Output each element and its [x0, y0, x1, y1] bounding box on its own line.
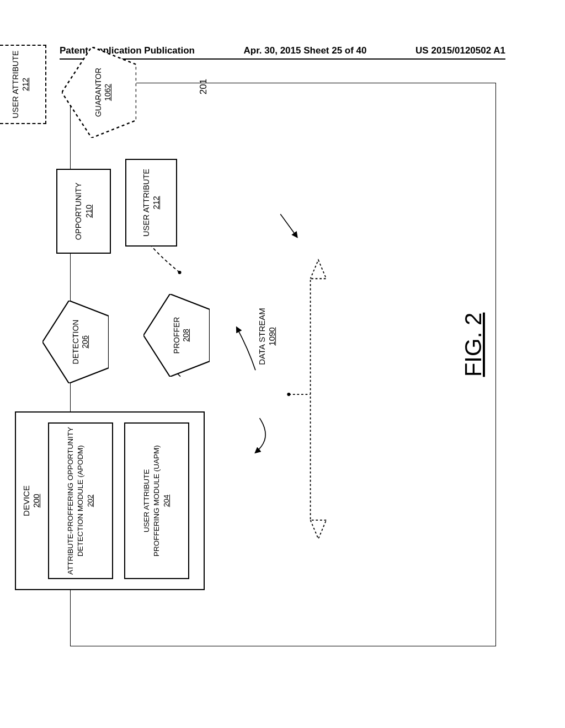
- page: Patent Application Publication Apr. 30, …: [0, 0, 565, 728]
- user-attribute-box: USER ATTRIBUTE 212: [125, 159, 177, 247]
- header-mid: Apr. 30, 2015 Sheet 25 of 40: [244, 45, 367, 56]
- apodm-module: ATTRIBUTE-PROFFERING OPPORTUNITY DETECTI…: [48, 422, 113, 579]
- device-title: DEVICE 200: [22, 413, 41, 589]
- diagram: DEVICE 200 ATTRIBUTE-PROFFERING OPPORTUN…: [1, 152, 564, 576]
- svg-point-1: [287, 393, 290, 396]
- guarantor-pentagon: GUARANTOR 1062: [62, 47, 136, 138]
- user-attribute-dashed-box: USER ATTRIBUTE 212: [0, 45, 46, 124]
- figure-label: FIG. 2: [460, 313, 487, 377]
- uapm-module: USER ATTRIBUTE PROFFERING MODULE (UAPM) …: [124, 422, 189, 579]
- device-box: DEVICE 200 ATTRIBUTE-PROFFERING OPPORTUN…: [15, 411, 205, 590]
- ref-201: 201: [195, 70, 212, 103]
- svg-point-0: [178, 271, 182, 274]
- detection-pentagon: DETECTION 206: [42, 301, 109, 383]
- proffer-pentagon: PROFFER 208: [143, 294, 210, 377]
- header-right: US 2015/0120502 A1: [415, 45, 505, 56]
- data-stream-label: DATA STREAM 1090: [255, 292, 279, 381]
- opportunity-box: OPPORTUNITY 210: [56, 169, 111, 254]
